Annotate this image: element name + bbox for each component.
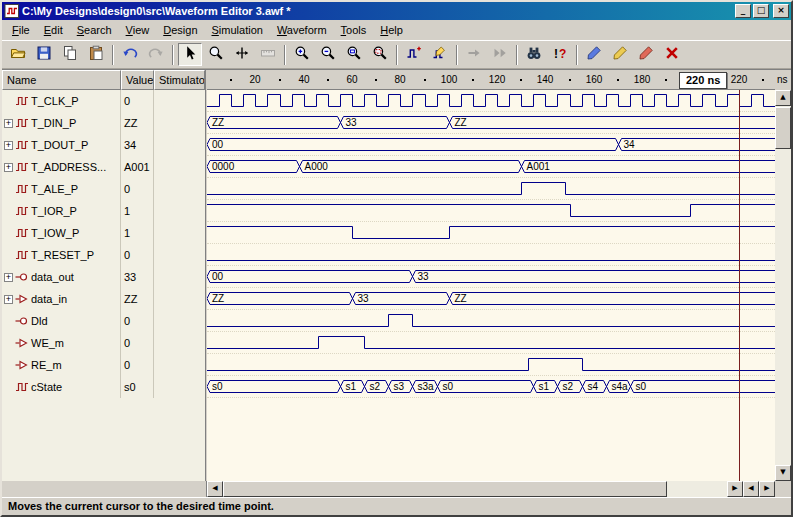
scroll-left-button[interactable]: ◀ xyxy=(207,481,223,497)
signal-name-cell[interactable]: T_IOR_P xyxy=(2,200,121,222)
open-button[interactable] xyxy=(6,43,30,66)
expand-icon[interactable]: + xyxy=(4,119,13,128)
signal-row-Dld[interactable]: Dld0 xyxy=(2,310,205,332)
wave-rows[interactable]: ZZ33ZZ00340000A000A0010033ZZ33ZZs0s1s2s3… xyxy=(207,90,775,481)
menu-help[interactable]: Help xyxy=(373,22,410,38)
signal-row-T_CLK_P[interactable]: T_CLK_P0 xyxy=(2,90,205,112)
delete-wave-button[interactable] xyxy=(660,43,684,66)
signal-stimulator[interactable] xyxy=(154,310,205,332)
scroll-right-button[interactable]: ▶ xyxy=(727,481,743,497)
signal-stimulator[interactable] xyxy=(154,178,205,200)
copy-button[interactable] xyxy=(58,43,82,66)
vertical-scroll-thumb[interactable] xyxy=(775,107,791,149)
signal-stimulator[interactable] xyxy=(154,200,205,222)
wave-Dld[interactable] xyxy=(207,310,775,332)
signal-stimulator[interactable] xyxy=(154,90,205,112)
signal-row-T_DOUT_P[interactable]: +T_DOUT_P34 xyxy=(2,134,205,156)
signal-stimulator[interactable] xyxy=(154,332,205,354)
signal-stimulator[interactable] xyxy=(154,112,205,134)
menu-edit[interactable]: Edit xyxy=(37,22,70,38)
menu-file[interactable]: File xyxy=(5,22,37,38)
signal-stimulator[interactable] xyxy=(154,354,205,376)
horizontal-scroll-track[interactable] xyxy=(223,481,727,497)
expand-icon[interactable]: + xyxy=(4,273,13,282)
select-mode-button[interactable] xyxy=(178,43,202,66)
zoom-full-button[interactable] xyxy=(342,43,366,66)
undo-button[interactable] xyxy=(118,43,142,66)
signal-name-cell[interactable]: T_ALE_P xyxy=(2,178,121,200)
signal-name-cell[interactable]: +T_DOUT_P xyxy=(2,134,121,156)
signal-name-cell[interactable]: Dld xyxy=(2,310,121,332)
zoom-area-button[interactable] xyxy=(368,43,392,66)
assert-button[interactable]: !? xyxy=(548,43,572,66)
signal-stimulator[interactable] xyxy=(154,266,205,288)
menu-simulation[interactable]: Simulation xyxy=(205,22,270,38)
menu-waveform[interactable]: Waveform xyxy=(270,22,334,38)
stretch-wave-button[interactable] xyxy=(608,43,632,66)
paste-button[interactable] xyxy=(84,43,108,66)
signal-row-T_IOW_P[interactable]: T_IOW_P1 xyxy=(2,222,205,244)
scroll-down-button[interactable]: ▼ xyxy=(775,465,791,481)
signal-stimulator[interactable] xyxy=(154,222,205,244)
expand-icon[interactable]: + xyxy=(4,141,13,150)
wave-T_RESET_P[interactable] xyxy=(207,244,775,266)
wave-T_ADDRESS[interactable]: 0000A000A001 xyxy=(207,156,775,178)
scroll-up-button[interactable]: ▲ xyxy=(775,90,791,106)
signal-name-cell[interactable]: +data_out xyxy=(2,266,121,288)
zoom-in-button[interactable] xyxy=(290,43,314,66)
maximize-button[interactable]: □ xyxy=(753,4,769,18)
wave-T_ALE_P[interactable] xyxy=(207,178,775,200)
wave-T_IOR_P[interactable] xyxy=(207,200,775,222)
signal-row-data_in[interactable]: +data_inZZ xyxy=(2,288,205,310)
signal-name-cell[interactable]: WE_m xyxy=(2,332,121,354)
signal-stimulator[interactable] xyxy=(154,244,205,266)
time-cursor-button[interactable] xyxy=(230,43,254,66)
menu-tools[interactable]: Tools xyxy=(334,22,374,38)
add-stimulator-button[interactable] xyxy=(402,43,426,66)
title-bar[interactable]: C:\My Designs\design0\src\Waveform Edito… xyxy=(2,2,791,20)
zoom-out-button[interactable] xyxy=(316,43,340,66)
signal-row-T_DIN_P[interactable]: +T_DIN_PZZ xyxy=(2,112,205,134)
menu-search[interactable]: Search xyxy=(70,22,119,38)
wave-T_IOW_P[interactable] xyxy=(207,222,775,244)
signal-name-cell[interactable]: T_IOW_P xyxy=(2,222,121,244)
find-button[interactable] xyxy=(522,43,546,66)
edit-stimulator-button[interactable] xyxy=(428,43,452,66)
signal-stimulator[interactable] xyxy=(154,134,205,156)
signal-name-cell[interactable]: T_RESET_P xyxy=(2,244,121,266)
column-header-value[interactable]: Value xyxy=(121,70,154,90)
wave-T_DIN_P[interactable]: ZZ33ZZ xyxy=(207,112,775,134)
wave-data_out[interactable]: 0033 xyxy=(207,266,775,288)
column-header-name[interactable]: Name xyxy=(2,70,121,90)
signal-row-T_IOR_P[interactable]: T_IOR_P1 xyxy=(2,200,205,222)
zoom-mode-button[interactable] xyxy=(204,43,228,66)
signal-row-T_RESET_P[interactable]: T_RESET_P0 xyxy=(2,244,205,266)
signal-row-cState[interactable]: cStates0 xyxy=(2,376,205,398)
wave-T_DOUT_P[interactable]: 0034 xyxy=(207,134,775,156)
horizontal-scroll-thumb[interactable] xyxy=(223,481,667,497)
signal-name-cell[interactable]: T_CLK_P xyxy=(2,90,121,112)
signal-stimulator[interactable] xyxy=(154,156,205,178)
signal-row-T_ALE_P[interactable]: T_ALE_P0 xyxy=(2,178,205,200)
expand-icon[interactable]: + xyxy=(4,163,13,172)
minimize-button[interactable]: _ xyxy=(735,4,751,18)
wave-cState[interactable]: s0s1s2s3s3as0s1s2s4s4as0 xyxy=(207,376,775,398)
wave-T_CLK_P[interactable] xyxy=(207,90,775,112)
vertical-scrollbar[interactable]: ▲ ▼ xyxy=(775,90,791,481)
horizontal-scrollbar[interactable]: ◀ ▶ ◀ ▶ xyxy=(207,481,775,497)
draw-wave-button[interactable] xyxy=(582,43,606,66)
signal-stimulator[interactable] xyxy=(154,376,205,398)
signal-stimulator[interactable] xyxy=(154,288,205,310)
wave-RE_m[interactable] xyxy=(207,354,775,376)
signal-row-data_out[interactable]: +data_out33 xyxy=(2,266,205,288)
signal-row-RE_m[interactable]: RE_m0 xyxy=(2,354,205,376)
signal-name-cell[interactable]: +T_ADDRESS... xyxy=(2,156,121,178)
page-right-button[interactable]: ▶ xyxy=(759,481,775,497)
signal-row-WE_m[interactable]: WE_m0 xyxy=(2,332,205,354)
erase-wave-button[interactable] xyxy=(634,43,658,66)
signal-name-cell[interactable]: RE_m xyxy=(2,354,121,376)
menu-design[interactable]: Design xyxy=(156,22,204,38)
close-button[interactable]: × xyxy=(773,4,789,18)
signal-row-T_ADDRESS[interactable]: +T_ADDRESS...A001 xyxy=(2,156,205,178)
signal-name-cell[interactable]: +T_DIN_P xyxy=(2,112,121,134)
